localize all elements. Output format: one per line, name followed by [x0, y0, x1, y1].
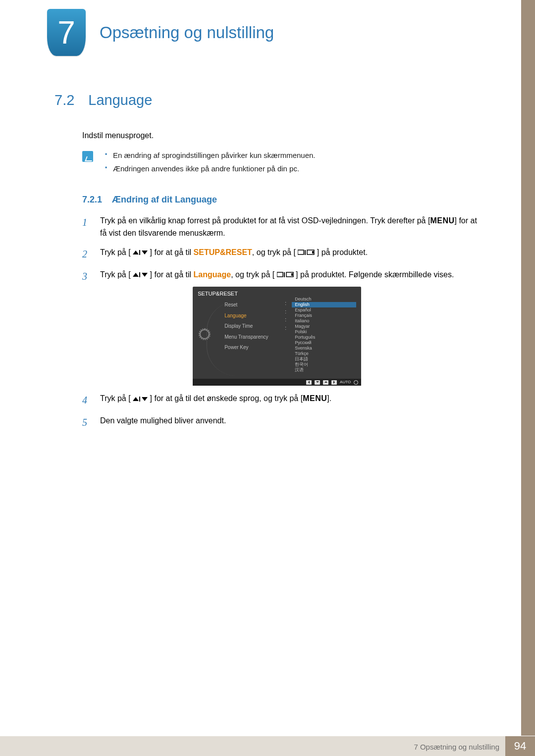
note-list: En ændring af sprogindstillingen påvirke…: [105, 151, 316, 178]
osd-language-item: Português: [292, 335, 356, 340]
step-text: Tryk på [ ] for at gå til det ønskede sp…: [100, 393, 331, 408]
step-1: 1 Tryk på en vilkårlig knap forrest på p…: [82, 215, 485, 240]
svg-rect-4: [305, 250, 306, 255]
note-icon: [82, 151, 93, 162]
text: ] for at gå til det ønskede sprog, og tr…: [150, 394, 303, 403]
menu-key: MENU: [303, 394, 327, 403]
osd-nav-bar: AUTO: [193, 379, 361, 386]
text: , og tryk på [: [252, 248, 296, 256]
subsection-number: 7.2.1: [82, 195, 102, 205]
osd-left-menu: ResetLanguageDisplay TimeMenu Transparen…: [208, 300, 284, 353]
svg-marker-9: [142, 273, 148, 277]
step-number: 2: [82, 247, 89, 262]
step-number: 3: [82, 269, 89, 386]
highlight: Language: [194, 270, 231, 279]
svg-rect-15: [139, 397, 140, 402]
osd-language-item: 汉语: [292, 367, 356, 373]
osd-left-item: Reset: [224, 300, 284, 310]
svg-marker-7: [133, 273, 139, 277]
subsection-heading: 7.2.1 Ændring af dit Language: [82, 195, 485, 205]
up-down-arrows-icon: [133, 250, 148, 255]
text: Tryk på [: [100, 248, 131, 256]
subsection-title: Ændring af dit Language: [112, 195, 217, 205]
left-key-icon: [306, 380, 312, 385]
text: Tryk på [: [100, 270, 131, 279]
step-2: 2 Tryk på [ ] for at gå til SETUP&RESET,…: [82, 247, 485, 262]
section-number: 7.2: [54, 92, 74, 108]
osd-language-item: Français: [292, 313, 356, 318]
svg-marker-16: [142, 397, 148, 401]
step-number: 4: [82, 393, 89, 408]
chapter-title: Opsætning og nulstilling: [100, 23, 274, 42]
step-5: 5 Den valgte mulighed bliver anvendt.: [82, 415, 485, 430]
right-band: [521, 0, 535, 736]
svg-rect-1: [139, 250, 140, 255]
page-number: 94: [505, 736, 535, 756]
osd-language-item: Deutsch: [292, 297, 356, 302]
osd-language-item: Magyar: [292, 324, 356, 329]
text: Tryk på [: [100, 394, 131, 403]
text: , og tryk på [: [231, 270, 274, 279]
text: Tryk på en vilkårlig knap forrest på pro…: [100, 216, 430, 225]
osd-title: SETUP&RESET: [198, 290, 238, 298]
note-item: Ændringen anvendes ikke på andre funktio…: [105, 164, 316, 173]
step-number: 5: [82, 415, 89, 430]
osd-language-item: Italiano: [292, 318, 356, 324]
svg-rect-8: [139, 272, 140, 277]
text: ] for at gå til: [150, 270, 194, 279]
step-text: Tryk på [ ] for at gå til Language, og t…: [100, 269, 454, 386]
power-icon: [354, 380, 358, 385]
svg-rect-11: [284, 272, 285, 277]
osd-colon-col: ::::: [285, 300, 286, 332]
section-heading: 7.2 Language: [54, 92, 485, 108]
svg-rect-6: [312, 251, 314, 253]
osd-left-item: Display Time: [224, 321, 284, 332]
steps-list: 1 Tryk på en vilkårlig knap forrest på p…: [82, 215, 485, 430]
right-key-icon: [331, 380, 337, 385]
svg-rect-3: [298, 250, 304, 254]
osd-language-item: Español: [292, 307, 356, 313]
up-key-icon: [323, 380, 328, 385]
osd-preview: SETUP&RESET ResetLanguageDisplay TimeMen…: [193, 287, 361, 386]
menu-key: MENU: [430, 216, 454, 225]
up-down-arrows-icon: [133, 396, 148, 402]
text: ] for at gå til: [150, 248, 194, 256]
osd-language-list: DeutschEnglishEspañolFrançaisItalianoMag…: [292, 297, 356, 373]
svg-marker-0: [133, 251, 139, 254]
osd-language-item: Русский: [292, 340, 356, 346]
svg-rect-13: [291, 273, 293, 276]
text: ].: [327, 394, 331, 403]
section-body: 7.2 Language Indstil menusproget. En ænd…: [54, 92, 485, 437]
down-key-icon: [315, 380, 320, 385]
osd-language-item: English: [292, 302, 356, 307]
highlight: SETUP&RESET: [194, 248, 252, 256]
step-text: Den valgte mulighed bliver anvendt.: [100, 415, 226, 430]
note-block: En ændring af sprogindstillingen påvirke…: [82, 151, 485, 178]
text: ] på produktet.: [317, 248, 368, 256]
step-3: 3 Tryk på [ ] for at gå til Language, og…: [82, 269, 485, 386]
osd-language-item: 한국어: [292, 362, 356, 367]
svg-marker-14: [133, 397, 139, 401]
osd-left-item: Language: [224, 310, 284, 321]
step-4: 4 Tryk på [ ] for at gå til det ønskede …: [82, 393, 485, 408]
step-number: 1: [82, 215, 89, 240]
screen-slash-screen-icon: [298, 250, 315, 255]
osd-language-item: Türkçe: [292, 351, 356, 356]
footer-breadcrumb: 7 Opsætning og nulstilling: [414, 743, 499, 751]
step-text: Tryk på en vilkårlig knap forrest på pro…: [100, 215, 485, 240]
section-title: Language: [88, 92, 152, 108]
chapter-number-badge: 7: [47, 9, 86, 56]
osd-language-item: Polski: [292, 329, 356, 335]
page-header: 7 Opsætning og nulstilling: [47, 9, 274, 56]
osd-language-item: 日本語: [292, 356, 356, 362]
up-down-arrows-icon: [133, 272, 148, 278]
svg-marker-2: [142, 251, 148, 254]
note-item: En ændring af sprogindstillingen påvirke…: [105, 151, 316, 159]
svg-rect-10: [277, 272, 283, 277]
osd-left-item: Power Key: [224, 342, 284, 353]
auto-label: AUTO: [340, 379, 351, 385]
osd-language-item: Svenska: [292, 346, 356, 351]
screen-slash-screen-icon: [277, 272, 294, 278]
osd-left-item: Menu Transparency: [224, 332, 284, 343]
text: ] på produktet. Følgende skærmbillede vi…: [296, 270, 454, 279]
